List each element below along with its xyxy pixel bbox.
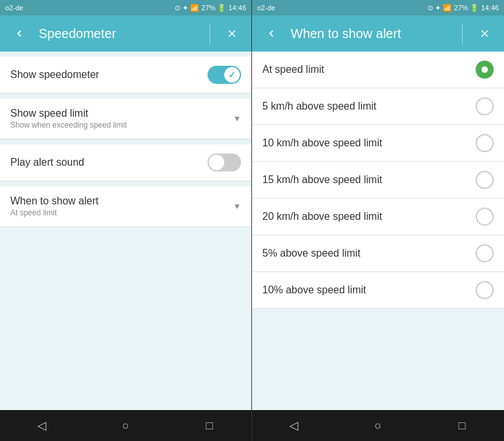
radio-inner-at-speed-limit <box>481 66 488 73</box>
show-speed-limit-row[interactable]: Show speed limit Show when exceeding spe… <box>0 99 251 139</box>
header-right: When to show alert <box>252 15 504 52</box>
radio-label-5pct-above: 5% above speed limit <box>262 248 360 259</box>
close-button-left[interactable] <box>220 22 244 45</box>
recents-nav-left[interactable]: □ <box>190 410 229 441</box>
carrier-left: o2-de <box>5 4 23 12</box>
carrier-right: o2-de <box>257 4 275 12</box>
header-divider-left <box>209 23 210 44</box>
radio-label-20kmh-above: 20 km/h above speed limit <box>262 211 382 222</box>
play-alert-sound-label: Play alert sound <box>10 157 208 168</box>
radio-label-at-speed-limit: At speed limit <box>262 64 324 75</box>
radio-label-10kmh-above: 10 km/h above speed limit <box>262 137 382 149</box>
header-divider-right <box>462 23 463 44</box>
header-title-right: When to show alert <box>291 26 452 41</box>
when-to-show-alert-row[interactable]: When to show alert At speed limit ▼ <box>0 186 251 227</box>
radio-row-5pct-above[interactable]: 5% above speed limit <box>252 235 504 272</box>
radio-btn-at-speed-limit[interactable] <box>476 61 494 79</box>
play-alert-sound-row[interactable]: Play alert sound <box>0 144 251 181</box>
radio-btn-5pct-above[interactable] <box>476 244 494 262</box>
radio-row-5kmh-above[interactable]: 5 km/h above speed limit <box>252 88 504 125</box>
right-panel: o2-de ⊙ ✦ 📶 27% 🔋 14:46 When to show ale… <box>252 0 504 441</box>
show-speed-limit-arrow: ▼ <box>233 114 241 123</box>
when-to-show-alert-sublabel: At speed limit <box>10 208 233 217</box>
left-content: Show speedometer ✓ Show speed limit Show… <box>0 52 251 410</box>
home-nav-left[interactable]: ○ <box>106 410 145 441</box>
radio-btn-5kmh-above[interactable] <box>476 97 494 115</box>
header-title-left: Speedometer <box>39 26 199 41</box>
recents-nav-right[interactable]: □ <box>443 410 481 441</box>
bottom-nav-left: ◁ ○ □ <box>0 410 251 441</box>
status-icons-right: ⊙ ✦ 📶 27% 🔋 14:46 <box>427 4 499 12</box>
back-button-left[interactable] <box>8 22 31 45</box>
radio-btn-10pct-above[interactable] <box>476 281 494 299</box>
radio-option-list: At speed limit5 km/h above speed limit10… <box>252 52 504 309</box>
bottom-nav-right: ◁ ○ □ <box>252 410 504 441</box>
right-content: At speed limit5 km/h above speed limit10… <box>252 52 504 410</box>
status-bar-right: o2-de ⊙ ✦ 📶 27% 🔋 14:46 <box>252 0 504 15</box>
status-icons-left: ⊙ ✦ 📶 27% 🔋 14:46 <box>175 4 246 12</box>
radio-label-5kmh-above: 5 km/h above speed limit <box>262 101 376 112</box>
radio-row-10pct-above[interactable]: 10% above speed limit <box>252 272 504 309</box>
show-speedometer-row[interactable]: Show speedometer ✓ <box>0 57 251 93</box>
when-to-show-alert-arrow: ▼ <box>233 202 241 211</box>
radio-row-15kmh-above[interactable]: 15 km/h above speed limit <box>252 162 504 199</box>
radio-btn-15kmh-above[interactable] <box>476 171 494 189</box>
when-to-show-alert-label: When to show alert <box>10 195 233 207</box>
radio-row-10kmh-above[interactable]: 10 km/h above speed limit <box>252 125 504 162</box>
back-nav-left[interactable]: ◁ <box>23 410 61 441</box>
show-speedometer-label: Show speedometer <box>10 69 208 81</box>
back-button-right[interactable] <box>260 22 283 45</box>
home-nav-right[interactable]: ○ <box>358 410 397 441</box>
radio-btn-10kmh-above[interactable] <box>476 134 494 152</box>
radio-label-10pct-above: 10% above speed limit <box>262 284 366 296</box>
show-speedometer-toggle[interactable]: ✓ <box>208 66 241 84</box>
left-panel: o2-de ⊙ ✦ 📶 27% 🔋 14:46 Speedometer Show… <box>0 0 252 441</box>
show-speed-limit-sublabel: Show when exceeding speed limit <box>10 121 233 130</box>
status-bar-left: o2-de ⊙ ✦ 📶 27% 🔋 14:46 <box>0 0 251 15</box>
radio-btn-20kmh-above[interactable] <box>476 208 494 226</box>
header-left: Speedometer <box>0 15 251 52</box>
radio-row-20kmh-above[interactable]: 20 km/h above speed limit <box>252 199 504 235</box>
show-speed-limit-label: Show speed limit <box>10 108 233 119</box>
radio-label-15kmh-above: 15 km/h above speed limit <box>262 174 382 186</box>
radio-row-at-speed-limit[interactable]: At speed limit <box>252 52 504 88</box>
back-nav-right[interactable]: ◁ <box>275 410 313 441</box>
play-alert-toggle[interactable] <box>208 153 241 172</box>
close-button-right[interactable] <box>473 22 496 45</box>
